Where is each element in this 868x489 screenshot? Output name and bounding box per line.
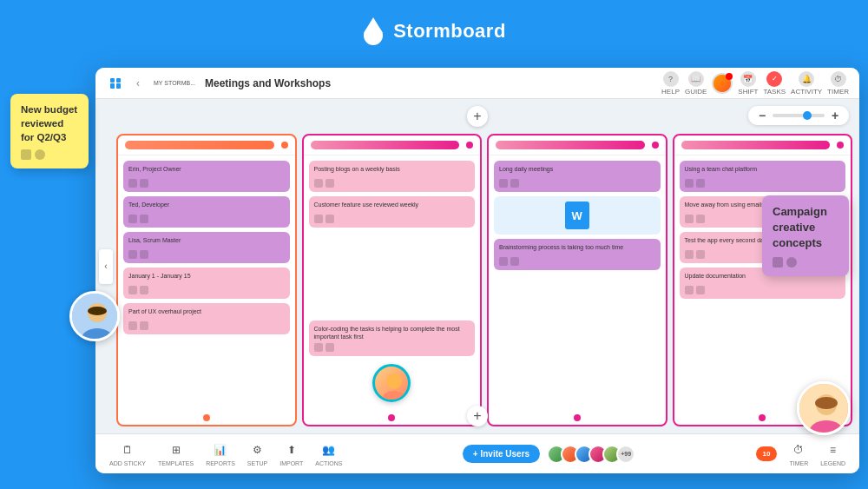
my-stormboard-btn[interactable]: MY STORMB... [151, 74, 198, 93]
templates-icon: ⊞ [168, 441, 185, 459]
actions-btn[interactable]: 👥 ACTIONS [315, 441, 342, 466]
sticky-word-doc[interactable]: W [494, 196, 661, 235]
zoom-thumb [803, 111, 812, 120]
page-title: Meetings and Workshops [205, 77, 654, 89]
add-row-top-btn[interactable]: + [467, 106, 488, 127]
app-header: Stormboard [0, 0, 868, 63]
sticky-brainstorming[interactable]: Brainstorming process is taking too much… [494, 239, 661, 270]
zoom-in-btn[interactable]: + [828, 109, 842, 122]
col-4-dot [837, 142, 844, 149]
col-2-label [311, 141, 460, 149]
sticky-lisa[interactable]: Lisa, Scrum Master [123, 232, 290, 263]
notification-dot [726, 73, 733, 80]
kanban-board: Erin, Project Owner Ted, Developer Lisa,… [116, 134, 852, 426]
col-1-label [125, 141, 274, 149]
invite-users-btn[interactable]: + Invite Users [463, 445, 540, 463]
col-2-footer-dot [388, 414, 395, 421]
add-row-bottom-btn[interactable]: + [467, 406, 488, 426]
svg-point-0 [386, 373, 402, 389]
floating-purple-note[interactable]: Campaign creative concepts [762, 195, 849, 276]
col-2-dot [466, 142, 473, 149]
avatar-count: +99 [616, 445, 635, 464]
shift-btn[interactable]: 📅 SHIFT [738, 71, 758, 96]
app-window: ‹ MY STORMB... Meetings and Workshops ? … [95, 68, 859, 473]
col-1-dot [281, 142, 288, 149]
logo-icon [362, 17, 385, 45]
import-btn[interactable]: ⬆ IMPORT [279, 441, 303, 466]
activity-btn[interactable]: 🔔 ACTIVITY [791, 71, 822, 96]
zoom-track[interactable] [773, 114, 825, 117]
col-1-footer-dot [203, 414, 210, 421]
reports-btn[interactable]: 📊 REPORTS [206, 441, 235, 466]
guide-btn[interactable]: 📖 GUIDE [685, 71, 707, 96]
zoom-controls: − + [748, 106, 849, 125]
my-votes-btn[interactable]: 10 [756, 446, 778, 461]
col-2-body: Posting blogs on a weekly basis Customer… [304, 155, 481, 411]
activity-icon: 🔔 [799, 71, 814, 87]
toolbar-right-actions: ? HELP 📖 GUIDE 📅 SHIFT ✓ TASKS 🔔 ACTI [661, 71, 849, 96]
bottom-left-tools: 🗒 ADD STICKY ⊞ TEMPLATES 📊 REPORTS ⚙ SET… [109, 441, 342, 466]
col-4-label [681, 141, 831, 149]
bottom-right-tools: 10 ⏱ TIMER ≡ LEGEND [756, 441, 845, 466]
left-collapse-btn[interactable]: ‹ [99, 249, 113, 284]
shift-icon: 📅 [740, 71, 756, 87]
svg-point-5 [88, 307, 107, 315]
sticky-january[interactable]: January 1 - January 15 [123, 268, 290, 299]
col-3-dot [652, 142, 659, 149]
timer-icon: ⏱ [831, 71, 846, 87]
bottom-toolbar: 🗒 ADD STICKY ⊞ TEMPLATES 📊 REPORTS ⚙ SET… [95, 433, 859, 473]
user-avatar-btn[interactable] [712, 73, 733, 94]
sticky-customer[interactable]: Customer feature use reviewed weekly [309, 196, 476, 228]
add-sticky-btn[interactable]: 🗒 ADD STICKY [109, 441, 146, 466]
svg-point-9 [815, 397, 838, 409]
sticky-color-coding[interactable]: Color-coding the tasks is helping to com… [309, 320, 476, 356]
col-3-label [496, 141, 645, 149]
reports-icon: 📊 [212, 441, 229, 459]
actions-icon: 👥 [320, 441, 338, 459]
setup-icon: ⚙ [249, 441, 266, 459]
kanban-column-1: Erin, Project Owner Ted, Developer Lisa,… [116, 134, 297, 426]
sticky-blogs[interactable]: Posting blogs on a weekly basis [309, 161, 476, 192]
profile-female-avatar [797, 381, 851, 435]
help-icon: ? [663, 71, 679, 87]
user-avatars-group: +99 [547, 445, 635, 464]
setup-btn[interactable]: ⚙ SETUP [247, 441, 267, 466]
import-icon: ⬆ [283, 441, 300, 459]
add-sticky-icon: 🗒 [119, 441, 136, 459]
templates-btn[interactable]: ⊞ TEMPLATES [158, 441, 194, 466]
app-name: Stormboard [393, 20, 506, 43]
canvas-area[interactable]: − + + ‹ + Erin, Project Owner [95, 99, 859, 433]
dashboard-btn[interactable] [106, 74, 125, 93]
grid-icon [110, 78, 121, 89]
col-2-avatar [372, 364, 411, 402]
zoom-out-btn[interactable]: − [755, 109, 769, 122]
profile-male-avatar [69, 291, 120, 341]
svg-point-1 [382, 391, 406, 402]
timer-tool[interactable]: ⏱ TIMER [789, 441, 808, 466]
top-toolbar: ‹ MY STORMB... Meetings and Workshops ? … [95, 68, 859, 99]
col-3-footer-dot [574, 414, 581, 421]
sticky-ted[interactable]: Ted, Developer [123, 196, 290, 228]
tasks-btn[interactable]: ✓ TASKS [763, 71, 786, 96]
kanban-column-2: Posting blogs on a weekly basis Customer… [302, 134, 483, 426]
col-2-header [304, 135, 481, 155]
sticky-erin[interactable]: Erin, Project Owner [123, 161, 290, 192]
sticky-team-chat[interactable]: Using a team chat platform [680, 161, 846, 192]
col-2-avatar-area [309, 360, 476, 406]
nav-group: ‹ MY STORMB... [106, 74, 198, 93]
kanban-column-3: Long daily meetings W Brainstorming proc… [487, 134, 667, 426]
help-btn[interactable]: ? HELP [661, 71, 680, 96]
sticky-daily-meetings[interactable]: Long daily meetings [494, 161, 661, 192]
floating-yellow-note[interactable]: New budget reviewed for Q2/Q3 [10, 94, 89, 169]
timer-btn[interactable]: ⏱ TIMER [827, 71, 849, 96]
col-3-body: Long daily meetings W Brainstorming proc… [489, 155, 666, 411]
legend-icon: ≡ [825, 441, 842, 459]
word-icon: W [565, 202, 589, 229]
bottom-center-tools: + Invite Users +99 [463, 445, 635, 464]
sticky-ux[interactable]: Part of UX overhaul project [123, 303, 290, 334]
back-btn[interactable]: ‹ [128, 74, 148, 93]
tasks-icon: ✓ [766, 71, 782, 87]
legend-tool[interactable]: ≡ LEGEND [820, 441, 845, 466]
col-4-body: Using a team chat platform Move away fro… [674, 155, 852, 411]
col-1-body: Erin, Project Owner Ted, Developer Lisa,… [118, 155, 295, 411]
